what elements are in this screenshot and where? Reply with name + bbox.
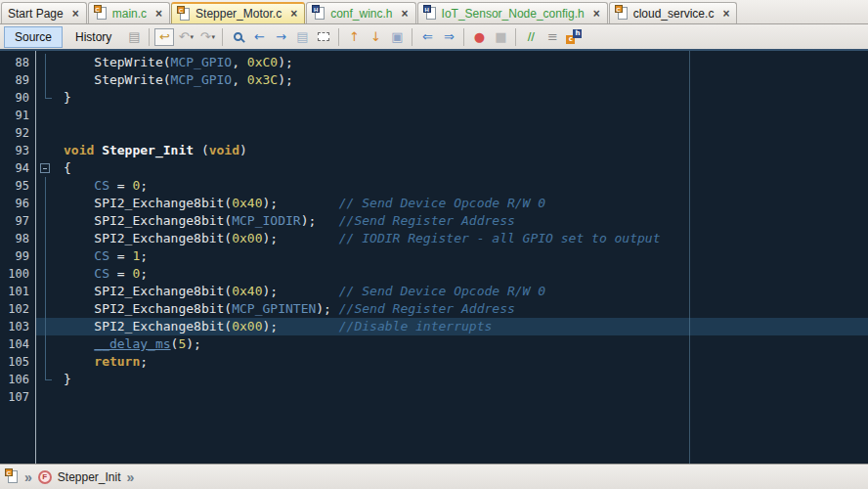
code-text[interactable]: } — [64, 89, 868, 107]
line-number[interactable]: 105 — [0, 353, 36, 371]
code-text[interactable] — [64, 107, 868, 124]
stop-macro-recording-icon[interactable]: ■ — [491, 27, 510, 47]
tab-iot-sensor-node-config-h[interactable]: HIoT_Sensor_Node_config.h× — [417, 2, 608, 23]
line-number[interactable]: 94 — [0, 159, 36, 177]
find-previous-icon[interactable]: ← — [249, 27, 269, 47]
code-line[interactable]: 98 SPI2_Exchange8bit(0x00); // IODIR Reg… — [0, 230, 868, 247]
code-line[interactable]: 96 SPI2_Exchange8bit(0x40); // Send Devi… — [0, 195, 868, 212]
code-text[interactable]: StepWrite(MCP_GPIO, 0xC0); — [64, 54, 868, 71]
uncomment-icon[interactable]: ≡ — [542, 27, 562, 47]
comment-icon[interactable]: // — [521, 27, 541, 47]
line-number[interactable]: 103 — [0, 318, 36, 335]
code-line[interactable]: 101 SPI2_Exchange8bit(0x40); // Send Dev… — [0, 283, 868, 300]
code-text[interactable] — [64, 388, 868, 406]
breadcrumb-chevron-icon[interactable]: » — [24, 470, 32, 484]
code-line[interactable]: 88 StepWrite(MCP_GPIO, 0xC0); — [0, 54, 868, 71]
tab-stepper-motor-c[interactable]: CStepper_Motor.c× — [171, 2, 305, 23]
start-macro-recording-icon[interactable]: ● — [469, 27, 489, 47]
fold-collapse-box[interactable] — [40, 163, 50, 173]
code-line[interactable]: 91 — [0, 107, 868, 124]
tab-close-icon[interactable]: × — [402, 9, 409, 19]
code-text[interactable]: SPI2_Exchange8bit(0x40); // Send Device … — [64, 283, 868, 300]
code-line[interactable]: 103 SPI2_Exchange8bit(0x00); //Disable i… — [0, 318, 868, 335]
code-line[interactable]: 107 — [0, 388, 868, 406]
tab-start-page[interactable]: Start Page× — [1, 2, 87, 23]
code-text[interactable]: SPI2_Exchange8bit(MCP_GPINTEN); //Send R… — [64, 300, 868, 318]
history-button[interactable]: History — [65, 26, 122, 48]
code-line[interactable]: 100 CS = 0; — [0, 265, 868, 283]
line-number[interactable]: 104 — [0, 335, 36, 353]
code-line[interactable]: 94{ — [0, 159, 868, 177]
tab-main-c[interactable]: Cmain.c× — [88, 2, 170, 23]
code-line[interactable]: 104 __delay_ms(5); — [0, 335, 868, 353]
line-number[interactable]: 96 — [0, 195, 36, 212]
tab-conf-winc-h[interactable]: Hconf_winc.h× — [306, 2, 415, 23]
breadcrumb-function-name[interactable]: Stepper_Init — [58, 470, 121, 484]
shift-line-right-icon[interactable]: ⇒ — [439, 27, 458, 47]
line-number[interactable]: 98 — [0, 230, 36, 247]
code-editor[interactable]: 88 StepWrite(MCP_GPIO, 0xC0);89 StepWrit… — [0, 51, 868, 464]
line-number[interactable]: 93 — [0, 142, 36, 159]
code-text[interactable]: CS = 1; — [64, 247, 868, 265]
fold-indicator[interactable] — [36, 159, 64, 177]
code-text[interactable]: CS = 0; — [64, 265, 868, 283]
next-bookmark-icon[interactable]: ↓ — [366, 27, 385, 47]
tab-cloud-service-c[interactable]: Ccloud_service.c× — [609, 2, 738, 23]
tab-close-icon[interactable]: × — [722, 9, 729, 19]
code-line[interactable]: 97 SPI2_Exchange8bit(MCP_IODIR); //Send … — [0, 212, 868, 230]
forward-icon[interactable]: ↷▾ — [197, 27, 217, 47]
dropdown-caret-icon[interactable]: ▾ — [212, 33, 216, 41]
code-text[interactable]: } — [64, 371, 868, 388]
code-line[interactable]: 90} — [0, 89, 868, 107]
code-text[interactable]: SPI2_Exchange8bit(0x00); // IODIR Regist… — [64, 230, 868, 247]
code-text[interactable] — [64, 124, 868, 142]
line-number[interactable]: 101 — [0, 283, 36, 300]
tab-close-icon[interactable]: × — [155, 9, 162, 19]
line-number[interactable]: 100 — [0, 265, 36, 283]
code-line[interactable]: 92 — [0, 124, 868, 142]
diff-icon[interactable]: ▤ — [124, 27, 144, 47]
toggle-bookmark-icon[interactable]: ▣ — [387, 27, 407, 47]
line-number[interactable]: 107 — [0, 388, 36, 406]
code-line[interactable]: 95 CS = 0; — [0, 177, 868, 195]
code-text[interactable]: { — [64, 159, 868, 177]
line-number[interactable]: 91 — [0, 107, 36, 124]
source-button[interactable]: Source — [4, 26, 63, 48]
code-text[interactable]: StepWrite(MCP_GPIO, 0x3C); — [64, 71, 868, 89]
code-text[interactable]: void Stepper_Init (void) — [64, 142, 868, 159]
code-text[interactable]: CS = 0; — [64, 177, 868, 195]
code-line[interactable]: 93void Stepper_Init (void) — [0, 142, 868, 159]
code-line[interactable]: 106} — [0, 371, 868, 388]
code-line[interactable]: 99 CS = 1; — [0, 247, 868, 265]
breadcrumb-chevron-icon[interactable]: » — [127, 470, 135, 484]
find-next-icon[interactable]: → — [271, 27, 290, 47]
previous-bookmark-icon[interactable]: ↑ — [344, 27, 364, 47]
code-line[interactable]: 102 SPI2_Exchange8bit(MCP_GPINTEN); //Se… — [0, 300, 868, 318]
rectangular-selection-icon[interactable] — [314, 27, 333, 47]
tab-close-icon[interactable]: × — [290, 9, 297, 19]
code-line[interactable]: 105 return; — [0, 353, 868, 371]
tab-close-icon[interactable]: × — [72, 9, 79, 19]
line-number[interactable]: 90 — [0, 89, 36, 107]
line-number[interactable]: 106 — [0, 371, 36, 388]
shift-line-left-icon[interactable]: ⇐ — [417, 27, 437, 47]
line-number[interactable]: 97 — [0, 212, 36, 230]
code-line[interactable]: 89 StepWrite(MCP_GPIO, 0x3C); — [0, 71, 868, 89]
line-number[interactable]: 102 — [0, 300, 36, 318]
last-edit-location-icon[interactable]: ↩ — [154, 28, 174, 46]
code-text[interactable]: SPI2_Exchange8bit(MCP_IODIR); //Send Reg… — [64, 212, 868, 230]
line-number[interactable]: 92 — [0, 124, 36, 142]
line-number[interactable]: 89 — [0, 71, 36, 89]
code-text[interactable]: return; — [64, 353, 868, 371]
code-text[interactable]: SPI2_Exchange8bit(0x40); // Send Device … — [64, 195, 868, 212]
code-text[interactable]: __delay_ms(5); — [64, 335, 868, 353]
find-selection-icon[interactable] — [228, 27, 247, 47]
line-number[interactable]: 99 — [0, 247, 36, 265]
c-file-icon[interactable]: C — [6, 469, 19, 484]
code-text[interactable]: SPI2_Exchange8bit(0x00); //Disable inter… — [64, 318, 868, 335]
toggle-header-source-icon[interactable]: ch — [564, 27, 584, 47]
tab-close-icon[interactable]: × — [593, 9, 600, 19]
line-number[interactable]: 88 — [0, 54, 36, 71]
back-icon[interactable]: ↶▾ — [176, 27, 195, 47]
line-number[interactable]: 95 — [0, 177, 36, 195]
